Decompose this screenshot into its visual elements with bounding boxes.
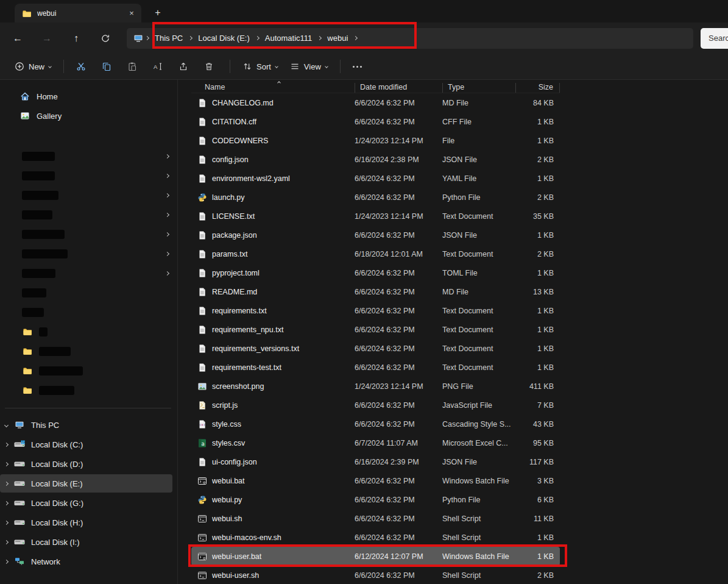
sort-button[interactable]: Sort (236, 57, 284, 76)
column-header-size[interactable]: Size (515, 83, 560, 93)
breadcrumb-item[interactable]: Local Disk (E:) (194, 31, 254, 45)
file-row[interactable]: webui.sh6/6/2024 6:32 PMShell Script11 K… (191, 509, 560, 528)
copy-button[interactable] (96, 57, 118, 76)
expand-chevron-icon[interactable] (165, 212, 169, 216)
expand-chevron-icon[interactable] (165, 232, 169, 236)
back-button[interactable]: ← (7, 28, 28, 49)
explorer-tab[interactable]: webui × (15, 4, 141, 23)
sidebar-pinned-item-redacted[interactable] (0, 381, 172, 399)
bat-file-icon (197, 476, 212, 486)
redacted-label (22, 269, 55, 278)
file-name: CITATION.cff (212, 118, 355, 126)
sidebar-pinned-item-redacted[interactable] (0, 225, 172, 243)
expand-chevron-icon[interactable] (165, 271, 169, 275)
expand-chevron-icon[interactable] (165, 193, 169, 197)
file-size: 1 KB (515, 269, 560, 277)
sidebar-pinned-item-redacted[interactable] (0, 186, 172, 204)
sidebar-item-drive[interactable]: Local Disk (G:) (0, 494, 172, 512)
file-row[interactable]: ui-config.json6/16/2024 2:39 PMJSON File… (191, 452, 560, 471)
expand-chevron-icon[interactable] (4, 559, 9, 563)
search-input[interactable]: Search (701, 28, 728, 49)
file-row[interactable]: LICENSE.txt1/24/2023 12:14 PMText Docume… (191, 207, 560, 226)
redacted-label (22, 249, 68, 258)
paste-button[interactable] (121, 57, 143, 76)
file-row[interactable]: CODEOWNERS1/24/2023 12:14 PMFile1 KB (191, 131, 560, 150)
file-row[interactable]: webui-user.sh6/6/2024 6:32 PMShell Scrip… (191, 566, 560, 584)
sidebar-pinned-item-redacted[interactable] (0, 303, 172, 321)
cut-button[interactable] (70, 57, 92, 76)
sidebar-pinned-item-redacted[interactable] (0, 264, 172, 282)
file-row[interactable]: script.js6/6/2024 6:32 PMJavaScript File… (191, 396, 560, 415)
file-row[interactable]: CITATION.cff6/6/2024 6:32 PMCFF File1 KB (191, 112, 560, 131)
delete-button[interactable] (198, 57, 220, 76)
breadcrumb-item[interactable]: This PC (150, 31, 187, 45)
sidebar-item-this-pc[interactable]: This PC (0, 416, 172, 434)
sidebar-item-drive[interactable]: Local Disk (H:) (0, 513, 172, 532)
sidebar-pinned-item-redacted[interactable] (0, 166, 172, 185)
file-date-modified: 6/18/2024 12:01 AM (355, 250, 442, 258)
file-row[interactable]: README.md6/6/2024 6:32 PMMD File13 KB (191, 282, 560, 301)
sidebar-item-drive[interactable]: Local Disk (E:) (0, 474, 172, 493)
file-row[interactable]: astyles.csv6/7/2024 11:07 AMMicrosoft Ex… (191, 433, 560, 452)
file-row[interactable]: webui.py6/6/2024 6:32 PMPython File6 KB (191, 490, 560, 509)
sidebar-pinned-item-redacted[interactable] (0, 283, 172, 302)
drive-icon (14, 518, 25, 527)
navigation-bar: ← → ↑ This PCLocal Disk (E:)Automatic111… (0, 23, 728, 54)
file-row[interactable]: style.css6/6/2024 6:32 PMCascading Style… (191, 415, 560, 433)
sidebar-item-drive[interactable]: Local Disk (I:) (0, 533, 172, 551)
sidebar-pinned-item-redacted[interactable] (0, 322, 172, 341)
column-header-date-modified[interactable]: Date modified (355, 83, 442, 93)
file-row[interactable]: requirements.txt6/6/2024 6:32 PMText Doc… (191, 301, 560, 320)
view-button[interactable]: View (284, 57, 334, 76)
more-options-button[interactable] (347, 57, 369, 76)
address-bar[interactable]: This PCLocal Disk (E:)Automatic111webui (127, 28, 693, 49)
expand-chevron-icon[interactable] (4, 461, 9, 466)
file-row[interactable]: webui-user.bat6/12/2024 12:07 PMWindows … (191, 547, 560, 566)
file-type: MD File (442, 99, 515, 107)
column-header-type[interactable]: Type (442, 83, 515, 93)
tab-close-icon[interactable]: × (125, 7, 138, 20)
expand-chevron-icon[interactable] (165, 173, 169, 177)
file-row[interactable]: pyproject.toml6/6/2024 6:32 PMTOML File1… (191, 263, 560, 282)
file-row[interactable]: requirements_versions.txt6/6/2024 6:32 P… (191, 339, 560, 358)
file-row[interactable]: launch.py6/6/2024 6:32 PMPython File2 KB (191, 188, 560, 207)
file-row[interactable]: webui-macos-env.sh6/6/2024 6:32 PMShell … (191, 528, 560, 547)
sidebar-item-network[interactable]: Network (0, 552, 172, 571)
file-row[interactable]: environment-wsl2.yaml6/6/2024 6:32 PMYAM… (191, 169, 560, 188)
breadcrumb-item[interactable]: webui (323, 31, 352, 45)
file-row[interactable]: webui.bat6/6/2024 6:32 PMWindows Batch F… (191, 471, 560, 490)
sidebar-pinned-item-redacted[interactable] (0, 205, 172, 224)
new-button[interactable]: New (9, 57, 57, 76)
expand-chevron-icon[interactable] (165, 251, 169, 255)
file-row[interactable]: params.txt6/18/2024 12:01 AMText Documen… (191, 244, 560, 263)
file-row[interactable]: requirements-test.txt6/6/2024 6:32 PMTex… (191, 358, 560, 377)
file-row[interactable]: package.json6/6/2024 6:32 PMJSON File1 K… (191, 226, 560, 244)
sidebar-item-drive[interactable]: Local Disk (C:) (0, 435, 172, 454)
expand-chevron-icon[interactable] (4, 500, 9, 505)
sidebar-item-drive[interactable]: Local Disk (D:) (0, 455, 172, 473)
sidebar-pinned-item-redacted[interactable] (0, 147, 172, 165)
sidebar-pinned-item-redacted[interactable] (0, 342, 172, 360)
file-row[interactable]: config.json6/16/2024 2:38 PMJSON File2 K… (191, 150, 560, 169)
expand-chevron-icon[interactable] (4, 481, 9, 485)
file-row[interactable]: CHANGELOG.md6/6/2024 6:32 PMMD File84 KB (191, 93, 560, 112)
column-header-name[interactable]: Name (191, 83, 355, 93)
expand-chevron-icon[interactable] (4, 539, 9, 544)
share-button[interactable] (172, 57, 194, 76)
collapse-chevron-icon[interactable] (4, 422, 9, 427)
file-row[interactable]: requirements_npu.txt6/6/2024 6:32 PMText… (191, 320, 560, 339)
refresh-button[interactable] (95, 28, 116, 49)
file-row[interactable]: screenshot.png1/24/2023 12:14 PMPNG File… (191, 377, 560, 396)
breadcrumb-item[interactable]: Automatic111 (261, 31, 317, 45)
file-size: 2 KB (515, 571, 560, 580)
sidebar-pinned-item-redacted[interactable] (0, 244, 172, 263)
expand-chevron-icon[interactable] (4, 520, 9, 524)
sidebar-pinned-item-redacted[interactable] (0, 361, 172, 380)
rename-button[interactable]: A (147, 57, 169, 76)
sidebar-item-gallery[interactable]: Gallery (0, 107, 172, 125)
sidebar-item-home[interactable]: Home (0, 87, 172, 105)
expand-chevron-icon[interactable] (165, 154, 169, 158)
expand-chevron-icon[interactable] (4, 442, 9, 446)
new-tab-button[interactable]: + (150, 5, 166, 21)
up-button[interactable]: ↑ (66, 28, 87, 49)
